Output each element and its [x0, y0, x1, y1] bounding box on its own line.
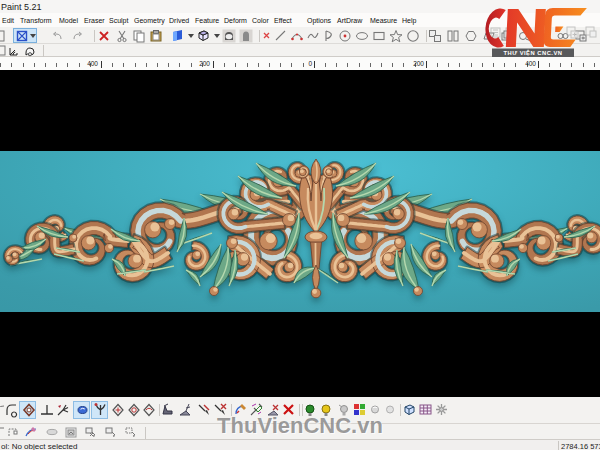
svg-text:THƯ VIỆN CNC.VN: THƯ VIỆN CNC.VN: [503, 49, 562, 56]
